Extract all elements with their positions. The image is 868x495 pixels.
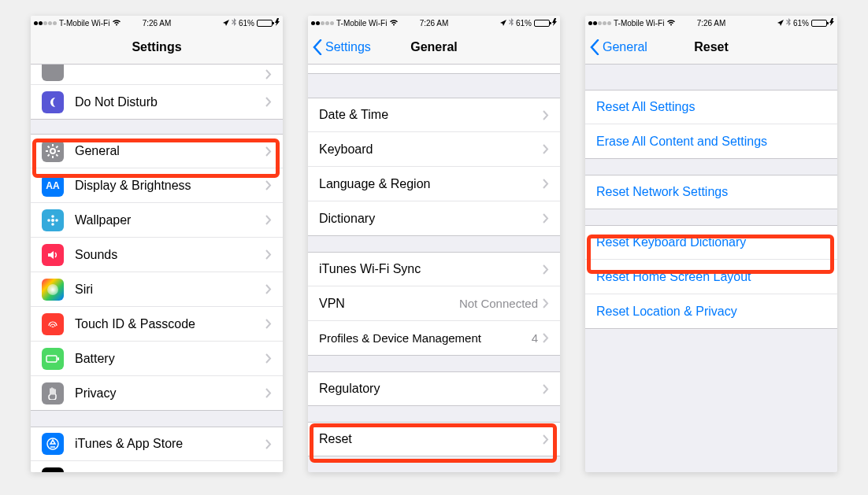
status-bar: T-Mobile Wi-Fi 7:26 AM 61% <box>308 16 560 30</box>
row-display-brightness[interactable]: AA Display & Brightness <box>31 168 283 203</box>
row-reset-network[interactable]: Reset Network Settings <box>585 175 837 209</box>
svg-point-13 <box>55 219 58 222</box>
bluetooth-icon <box>786 18 791 28</box>
row-reset-home-screen[interactable]: Reset Home Screen Layout <box>585 260 837 294</box>
chevron-right-icon <box>543 144 549 154</box>
row-dictionary[interactable]: Dictionary <box>308 201 560 236</box>
control-center-icon <box>42 65 64 81</box>
battery-icon <box>42 348 64 370</box>
row-general[interactable]: General <box>31 134 283 168</box>
row-vpn[interactable]: VPN Not Connected <box>308 286 560 321</box>
status-time: 7:26 AM <box>420 19 449 28</box>
wifi-icon <box>666 19 676 28</box>
row-label: Reset Home Screen Layout <box>596 270 826 284</box>
row-language-region[interactable]: Language & Region <box>308 167 560 201</box>
row-siri[interactable]: Siri <box>31 272 283 307</box>
svg-rect-14 <box>46 356 57 362</box>
row-label: Do Not Disturb <box>75 95 265 109</box>
row-label: Profiles & Device Management <box>319 331 532 345</box>
row-label: iTunes & App Store <box>75 437 265 451</box>
nav-title: Settings <box>132 40 181 54</box>
battery-pct: 61% <box>793 19 809 28</box>
status-bar: T-Mobile Wi-Fi 7:26 AM 61% <box>585 16 837 30</box>
svg-line-5 <box>48 146 50 148</box>
row-label: Reset <box>319 432 543 446</box>
battery-icon <box>534 20 550 27</box>
svg-rect-15 <box>57 357 59 360</box>
row-sounds[interactable]: Sounds <box>31 238 283 272</box>
row-wallet-apple-pay[interactable]: Wallet & Apple Pay <box>31 461 283 472</box>
chevron-right-icon <box>543 333 549 343</box>
row-label: Reset Network Settings <box>596 185 826 199</box>
row-privacy[interactable]: Privacy <box>31 376 283 411</box>
bluetooth-icon <box>232 18 236 28</box>
back-label: Settings <box>325 40 371 54</box>
gear-icon <box>42 140 64 162</box>
charging-icon <box>829 18 834 28</box>
svg-point-10 <box>51 215 54 218</box>
back-button[interactable]: General <box>590 30 647 65</box>
row-itunes-wifi-sync[interactable]: iTunes Wi-Fi Sync <box>308 252 560 286</box>
row-reset-keyboard-dictionary[interactable]: Reset Keyboard Dictionary <box>585 225 837 260</box>
row-keyboard[interactable]: Keyboard <box>308 132 560 167</box>
row-battery[interactable]: Battery <box>31 342 283 376</box>
row-label: Regulatory <box>319 382 543 396</box>
status-time: 7:26 AM <box>697 19 726 28</box>
chevron-right-icon <box>265 319 272 329</box>
row-reset[interactable]: Reset <box>308 422 560 456</box>
chevron-right-icon <box>265 284 272 294</box>
chevron-right-icon <box>543 110 549 120</box>
row-itunes-app-store[interactable]: iTunes & App Store <box>31 427 283 461</box>
row-erase-all[interactable]: Erase All Content and Settings <box>585 124 837 159</box>
flower-icon <box>42 209 64 231</box>
appstore-icon <box>42 433 64 455</box>
charging-icon <box>552 18 557 28</box>
chevron-right-icon <box>265 439 272 449</box>
battery-icon <box>811 20 827 27</box>
row-touch-id[interactable]: Touch ID & Passcode <box>31 307 283 342</box>
row-label: Erase All Content and Settings <box>596 135 826 149</box>
text-size-icon: AA <box>42 175 64 197</box>
row-control-center[interactable] <box>31 65 283 85</box>
nav-title: General <box>410 40 458 54</box>
phone-general: T-Mobile Wi-Fi 7:26 AM 61% Settings Gene… <box>308 16 560 472</box>
row-label: Wallet & Apple Pay <box>75 471 265 473</box>
row-label: Reset All Settings <box>596 100 826 114</box>
svg-point-12 <box>47 219 50 222</box>
nav-title: Reset <box>694 40 729 54</box>
back-button[interactable]: Settings <box>313 30 371 65</box>
chevron-right-icon <box>265 180 272 190</box>
row-profiles[interactable]: Profiles & Device Management 4 <box>308 321 560 356</box>
row-label: Display & Brightness <box>75 179 265 193</box>
row-do-not-disturb[interactable]: Do Not Disturb <box>31 85 283 120</box>
row-reset-location-privacy[interactable]: Reset Location & Privacy <box>585 294 837 329</box>
row-label: Siri <box>75 283 265 297</box>
carrier-label: T-Mobile Wi-Fi <box>59 19 109 28</box>
row-label: Language & Region <box>319 177 543 191</box>
chevron-right-icon <box>265 353 272 364</box>
row-label: iTunes Wi-Fi Sync <box>319 262 543 276</box>
svg-point-11 <box>51 223 54 226</box>
row-label: Date & Time <box>319 108 543 122</box>
chevron-right-icon <box>543 384 549 394</box>
chevron-right-icon <box>543 434 549 445</box>
chevron-right-icon <box>265 69 272 79</box>
battery-icon <box>257 20 273 27</box>
row-label: Sounds <box>75 248 265 262</box>
chevron-right-icon <box>265 97 272 107</box>
row-regulatory[interactable]: Regulatory <box>308 371 560 406</box>
siri-icon <box>42 279 64 301</box>
row-label: Wallpaper <box>75 213 265 227</box>
row-value: Not Connected <box>459 297 538 310</box>
chevron-right-icon <box>265 215 272 225</box>
row-wallpaper[interactable]: Wallpaper <box>31 203 283 238</box>
nav-bar: Settings General <box>308 30 560 65</box>
signal-dots <box>311 21 334 25</box>
moon-icon <box>42 91 64 113</box>
row-label: Reset Keyboard Dictionary <box>596 235 826 249</box>
row-reset-all-settings[interactable]: Reset All Settings <box>585 90 837 124</box>
row-value: 4 <box>532 331 538 345</box>
carrier-label: T-Mobile Wi-Fi <box>336 19 387 28</box>
nav-bar: General Reset <box>585 30 837 65</box>
row-date-time[interactable]: Date & Time <box>308 98 560 132</box>
